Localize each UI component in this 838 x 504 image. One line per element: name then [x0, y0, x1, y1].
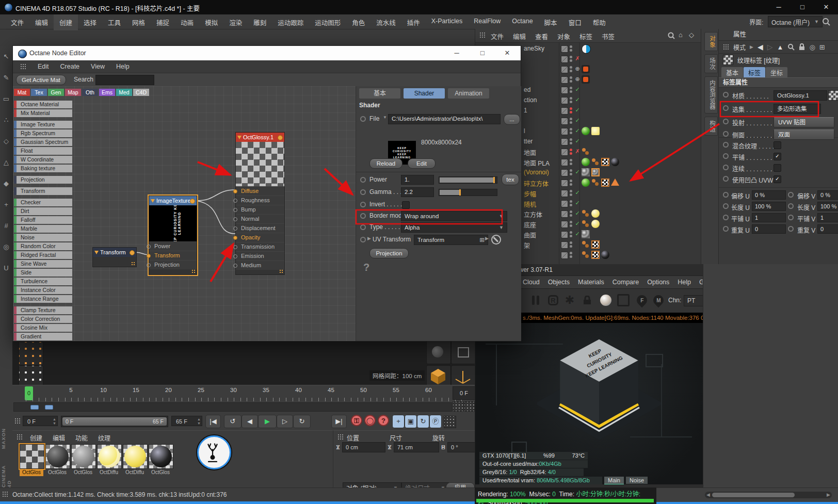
object-manager-menu-item[interactable]: 书签 [602, 31, 615, 42]
node-port-row[interactable]: Projection [149, 260, 197, 269]
goto-start-button[interactable]: |◀ [205, 415, 221, 428]
node-graph-canvas[interactable]: MatTexGenMapOthEmsMedC4D Octane Material… [13, 86, 356, 341]
port-dot[interactable] [147, 254, 151, 258]
image-texture-node[interactable]: ImageTexture KEEP CURIOSITY KEEP LEARNIN… [149, 196, 197, 275]
port-dot[interactable] [233, 189, 237, 193]
node-palette-item[interactable]: Checker [14, 199, 72, 206]
object-manager-menu-item[interactable]: 查看 [535, 31, 548, 42]
object-tags[interactable] [582, 240, 601, 249]
enable-mark-icon[interactable] [574, 55, 581, 62]
drag-handle-icon[interactable] [17, 434, 23, 441]
object-tags[interactable] [582, 75, 591, 84]
search-input[interactable] [95, 75, 154, 85]
object-name[interactable]: aneSky [524, 45, 544, 52]
material-tile[interactable]: OctGlos [71, 444, 95, 476]
transform-node[interactable]: Transform [92, 247, 137, 267]
live-viewer-menu-item[interactable]: Materials [578, 279, 604, 286]
visibility-dots-icon[interactable] [570, 169, 572, 175]
object-name[interactable]: 碎立方体 [524, 179, 549, 188]
anim-dot-icon[interactable] [723, 215, 729, 220]
node-palette-item[interactable]: Ridged Fractal [14, 251, 72, 259]
object-tags[interactable] [582, 220, 601, 228]
material-thumbnail[interactable] [97, 444, 122, 469]
rectangle-select-icon[interactable]: ▭ [3, 95, 9, 103]
panel-tab[interactable]: 构造 [704, 117, 718, 136]
search-icon[interactable] [667, 31, 675, 40]
new-panel-icon[interactable]: ⊞ [819, 43, 825, 51]
panel-tab[interactable]: 内容浏览器 [704, 76, 718, 113]
autokey-button[interactable]: ◯ [364, 415, 376, 426]
layer-color-icon[interactable] [561, 107, 568, 115]
timeline-preview-range[interactable] [13, 402, 452, 412]
tex-button[interactable]: tex [502, 174, 519, 185]
camera-icon[interactable] [582, 65, 590, 73]
filter-icon[interactable]: ◇ [689, 31, 694, 39]
output-port[interactable] [278, 135, 283, 140]
drag-handle-icon[interactable] [723, 44, 729, 51]
object-name[interactable]: l [524, 127, 525, 135]
material-tile[interactable]: OctDiffu [97, 444, 121, 476]
resize-grip-icon[interactable] [191, 269, 196, 273]
projection-button[interactable]: Projection [369, 248, 409, 258]
menu-item[interactable]: 运动图形 [309, 14, 346, 30]
node-port-row[interactable]: Bump [236, 205, 284, 214]
size-field[interactable]: 71 cm [394, 442, 439, 452]
layer-color-icon[interactable] [561, 76, 568, 84]
node-palette-item[interactable]: Gradient [14, 333, 72, 340]
live-viewer-menu-item[interactable]: Compare [613, 279, 639, 286]
next-key-button[interactable]: ↻ [293, 415, 311, 428]
visibility-dots-icon[interactable] [570, 180, 572, 186]
visibility-dots-icon[interactable] [570, 87, 572, 93]
object-tags[interactable] [582, 209, 601, 218]
material-thumb-icon[interactable] [828, 90, 838, 101]
menu-item[interactable]: 网格 [126, 14, 151, 30]
enable-mark-icon[interactable] [574, 66, 581, 72]
timeline-marker[interactable] [30, 405, 39, 410]
camera-icon[interactable] [582, 75, 590, 84]
orangedots-icon[interactable] [582, 209, 590, 218]
file-path-input[interactable]: C:\Users\Administrator\Desktop\tx\ [388, 114, 501, 124]
visibility-dots-icon[interactable] [570, 252, 572, 258]
position-field[interactable]: 0 cm [342, 442, 385, 452]
menu-item[interactable]: 编辑 [29, 14, 54, 30]
enable-mark-icon[interactable] [574, 220, 581, 227]
node-port-row[interactable]: Normal [236, 214, 284, 223]
node-palette-item[interactable]: Projection [14, 176, 72, 184]
layer-color-icon[interactable] [561, 241, 568, 249]
enable-mark-icon[interactable] [574, 117, 581, 124]
polygons-mode-icon[interactable]: △ [4, 158, 9, 166]
render-image[interactable]: KEEP CURIOSITY KEEP LEARNING GTX 1070[T]… [475, 323, 703, 484]
history-back-icon[interactable]: ◀ [758, 43, 763, 51]
layer-color-icon[interactable] [561, 138, 568, 145]
lock-resolution-icon[interactable] [581, 294, 594, 307]
category-chip[interactable]: C4D [133, 89, 149, 96]
node-palette-item[interactable]: Instance Range [14, 295, 72, 303]
menu-item[interactable]: 雕刻 [248, 14, 272, 30]
material-menu-item[interactable]: 纹理 [98, 433, 110, 442]
anim-dot-icon[interactable] [723, 142, 729, 148]
anim-dot-icon[interactable] [360, 189, 366, 195]
menu-item[interactable]: 脚本 [539, 14, 563, 30]
menu-item[interactable]: 窗口 [563, 14, 587, 30]
anim-dot-icon[interactable] [788, 215, 794, 220]
anim-dot-icon[interactable] [723, 203, 729, 209]
menu-item[interactable]: 动画 [175, 14, 199, 30]
enable-mark-icon[interactable] [574, 86, 581, 93]
greenball-icon[interactable] [582, 178, 590, 187]
visibility-dots-icon[interactable] [570, 56, 572, 62]
layer-color-icon[interactable] [561, 190, 568, 197]
chevron-down-icon[interactable]: ▼ [383, 115, 387, 120]
uv-field[interactable]: 1 [752, 213, 786, 222]
search-icon[interactable] [821, 17, 831, 26]
node-editor-menu-item[interactable]: Help [116, 63, 130, 70]
lock-icon[interactable] [799, 43, 805, 51]
horizontal-scrollbar[interactable]: ◀▶ [705, 492, 832, 498]
material-tile[interactable]: OctGlos [45, 444, 69, 476]
anim-dot-icon[interactable] [360, 202, 366, 207]
checker-icon[interactable] [601, 178, 609, 187]
anim-dot-icon[interactable] [360, 213, 366, 219]
enable-mark-icon[interactable] [574, 76, 581, 83]
checkbox[interactable] [773, 141, 781, 149]
node-palette-item[interactable]: Clamp Texture [14, 306, 72, 314]
layer-color-icon[interactable] [561, 45, 568, 53]
